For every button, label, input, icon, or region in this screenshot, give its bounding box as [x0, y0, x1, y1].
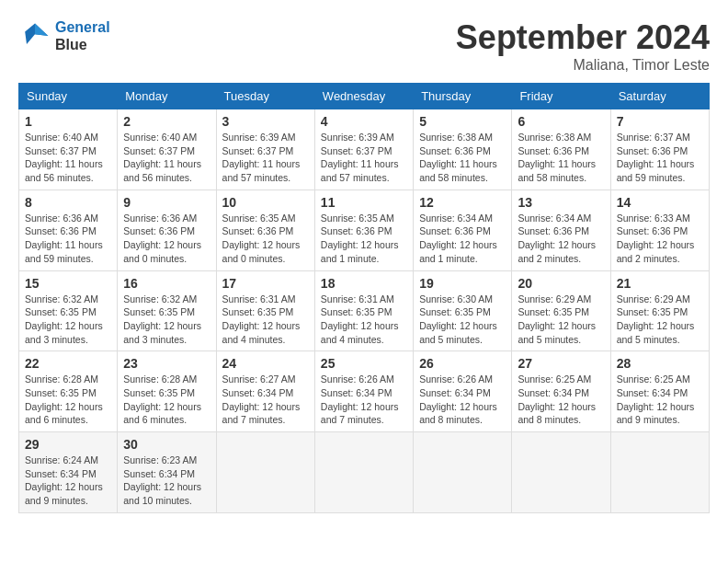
day-number: 24 [222, 356, 309, 371]
calendar-day-cell [216, 432, 314, 513]
calendar-day-cell: 29Sunrise: 6:24 AMSunset: 6:34 PMDayligh… [19, 432, 118, 513]
day-number: 9 [123, 195, 210, 210]
calendar-day-cell: 6Sunrise: 6:38 AMSunset: 6:36 PMDaylight… [512, 109, 610, 190]
weekday-header-cell: Friday [512, 84, 610, 109]
logo-text: General Blue [55, 18, 110, 53]
day-info: Sunrise: 6:27 AMSunset: 6:34 PMDaylight:… [222, 373, 309, 427]
calendar-day-cell: 15Sunrise: 6:32 AMSunset: 6:35 PMDayligh… [19, 270, 118, 351]
day-number: 4 [321, 114, 407, 129]
calendar-day-cell: 14Sunrise: 6:33 AMSunset: 6:36 PMDayligh… [610, 190, 709, 270]
day-number: 16 [123, 276, 210, 291]
day-number: 27 [518, 356, 604, 371]
day-number: 23 [123, 356, 210, 371]
calendar-day-cell: 11Sunrise: 6:35 AMSunset: 6:36 PMDayligh… [314, 190, 413, 270]
page-header: General Blue September 2024 Maliana, Tim… [18, 18, 710, 74]
calendar-body: 1Sunrise: 6:40 AMSunset: 6:37 PMDaylight… [19, 109, 710, 513]
day-info: Sunrise: 6:38 AMSunset: 6:36 PMDaylight:… [518, 131, 604, 185]
calendar-day-cell [414, 432, 512, 513]
day-info: Sunrise: 6:28 AMSunset: 6:35 PMDaylight:… [123, 373, 210, 427]
calendar-week-row: 29Sunrise: 6:24 AMSunset: 6:34 PMDayligh… [19, 432, 710, 513]
calendar-day-cell: 19Sunrise: 6:30 AMSunset: 6:35 PMDayligh… [414, 270, 512, 351]
weekday-header-cell: Monday [118, 84, 216, 109]
day-number: 20 [518, 276, 604, 291]
calendar-day-cell: 20Sunrise: 6:29 AMSunset: 6:35 PMDayligh… [512, 270, 610, 351]
day-info: Sunrise: 6:25 AMSunset: 6:34 PMDaylight:… [518, 373, 604, 427]
day-number: 8 [25, 195, 111, 210]
title-block: September 2024 Maliana, Timor Leste [456, 18, 710, 74]
logo-icon [18, 19, 51, 52]
day-number: 14 [617, 195, 703, 210]
day-number: 3 [222, 114, 309, 129]
day-number: 13 [518, 195, 604, 210]
day-info: Sunrise: 6:35 AMSunset: 6:36 PMDaylight:… [222, 212, 309, 266]
calendar-day-cell: 13Sunrise: 6:34 AMSunset: 6:36 PMDayligh… [512, 190, 610, 270]
calendar-day-cell [610, 432, 709, 513]
day-number: 19 [419, 276, 506, 291]
day-info: Sunrise: 6:28 AMSunset: 6:35 PMDaylight:… [25, 373, 111, 427]
day-info: Sunrise: 6:36 AMSunset: 6:36 PMDaylight:… [123, 212, 210, 266]
calendar-day-cell: 28Sunrise: 6:25 AMSunset: 6:34 PMDayligh… [610, 351, 709, 432]
day-number: 30 [123, 437, 210, 452]
calendar-day-cell: 17Sunrise: 6:31 AMSunset: 6:35 PMDayligh… [216, 270, 314, 351]
day-info: Sunrise: 6:33 AMSunset: 6:36 PMDaylight:… [617, 212, 703, 266]
calendar-day-cell: 23Sunrise: 6:28 AMSunset: 6:35 PMDayligh… [118, 351, 216, 432]
day-info: Sunrise: 6:26 AMSunset: 6:34 PMDaylight:… [321, 373, 407, 427]
day-info: Sunrise: 6:34 AMSunset: 6:36 PMDaylight:… [419, 212, 506, 266]
day-number: 15 [25, 276, 111, 291]
day-info: Sunrise: 6:30 AMSunset: 6:35 PMDaylight:… [419, 293, 506, 347]
day-info: Sunrise: 6:38 AMSunset: 6:36 PMDaylight:… [419, 131, 506, 185]
calendar-day-cell: 10Sunrise: 6:35 AMSunset: 6:36 PMDayligh… [216, 190, 314, 270]
day-number: 11 [321, 195, 407, 210]
calendar-table: SundayMondayTuesdayWednesdayThursdayFrid… [18, 83, 710, 513]
day-info: Sunrise: 6:32 AMSunset: 6:35 PMDaylight:… [123, 293, 210, 347]
calendar-day-cell: 4Sunrise: 6:39 AMSunset: 6:37 PMDaylight… [314, 109, 413, 190]
day-info: Sunrise: 6:31 AMSunset: 6:35 PMDaylight:… [222, 293, 309, 347]
location-subtitle: Maliana, Timor Leste [456, 57, 710, 74]
day-number: 7 [617, 114, 703, 129]
calendar-day-cell: 9Sunrise: 6:36 AMSunset: 6:36 PMDaylight… [118, 190, 216, 270]
calendar-day-cell: 26Sunrise: 6:26 AMSunset: 6:34 PMDayligh… [414, 351, 512, 432]
day-info: Sunrise: 6:35 AMSunset: 6:36 PMDaylight:… [321, 212, 407, 266]
weekday-header-cell: Thursday [414, 84, 512, 109]
day-info: Sunrise: 6:34 AMSunset: 6:36 PMDaylight:… [518, 212, 604, 266]
day-number: 28 [617, 356, 703, 371]
calendar-week-row: 8Sunrise: 6:36 AMSunset: 6:36 PMDaylight… [19, 190, 710, 270]
day-info: Sunrise: 6:40 AMSunset: 6:37 PMDaylight:… [123, 131, 210, 185]
calendar-day-cell: 3Sunrise: 6:39 AMSunset: 6:37 PMDaylight… [216, 109, 314, 190]
day-number: 22 [25, 356, 111, 371]
day-number: 26 [419, 356, 506, 371]
calendar-week-row: 22Sunrise: 6:28 AMSunset: 6:35 PMDayligh… [19, 351, 710, 432]
calendar-day-cell [512, 432, 610, 513]
calendar-week-row: 15Sunrise: 6:32 AMSunset: 6:35 PMDayligh… [19, 270, 710, 351]
weekday-header-cell: Tuesday [216, 84, 314, 109]
day-info: Sunrise: 6:32 AMSunset: 6:35 PMDaylight:… [25, 293, 111, 347]
day-info: Sunrise: 6:26 AMSunset: 6:34 PMDaylight:… [419, 373, 506, 427]
calendar-day-cell: 16Sunrise: 6:32 AMSunset: 6:35 PMDayligh… [118, 270, 216, 351]
day-info: Sunrise: 6:37 AMSunset: 6:36 PMDaylight:… [617, 131, 703, 185]
calendar-day-cell: 12Sunrise: 6:34 AMSunset: 6:36 PMDayligh… [414, 190, 512, 270]
weekday-header-cell: Saturday [610, 84, 709, 109]
calendar-day-cell [314, 432, 413, 513]
weekday-header-cell: Wednesday [314, 84, 413, 109]
calendar-day-cell: 27Sunrise: 6:25 AMSunset: 6:34 PMDayligh… [512, 351, 610, 432]
logo: General Blue [18, 18, 110, 53]
day-number: 6 [518, 114, 604, 129]
day-number: 2 [123, 114, 210, 129]
month-title: September 2024 [456, 18, 710, 57]
day-info: Sunrise: 6:40 AMSunset: 6:37 PMDaylight:… [25, 131, 111, 185]
calendar-day-cell: 7Sunrise: 6:37 AMSunset: 6:36 PMDaylight… [610, 109, 709, 190]
day-number: 17 [222, 276, 309, 291]
calendar-day-cell: 8Sunrise: 6:36 AMSunset: 6:36 PMDaylight… [19, 190, 118, 270]
day-number: 5 [419, 114, 506, 129]
day-number: 18 [321, 276, 407, 291]
calendar-day-cell: 22Sunrise: 6:28 AMSunset: 6:35 PMDayligh… [19, 351, 118, 432]
weekday-header-row: SundayMondayTuesdayWednesdayThursdayFrid… [19, 84, 710, 109]
day-info: Sunrise: 6:29 AMSunset: 6:35 PMDaylight:… [617, 293, 703, 347]
weekday-header-cell: Sunday [19, 84, 118, 109]
day-number: 12 [419, 195, 506, 210]
day-info: Sunrise: 6:24 AMSunset: 6:34 PMDaylight:… [25, 454, 111, 508]
calendar-week-row: 1Sunrise: 6:40 AMSunset: 6:37 PMDaylight… [19, 109, 710, 190]
calendar-day-cell: 30Sunrise: 6:23 AMSunset: 6:34 PMDayligh… [118, 432, 216, 513]
day-number: 29 [25, 437, 111, 452]
day-info: Sunrise: 6:39 AMSunset: 6:37 PMDaylight:… [321, 131, 407, 185]
